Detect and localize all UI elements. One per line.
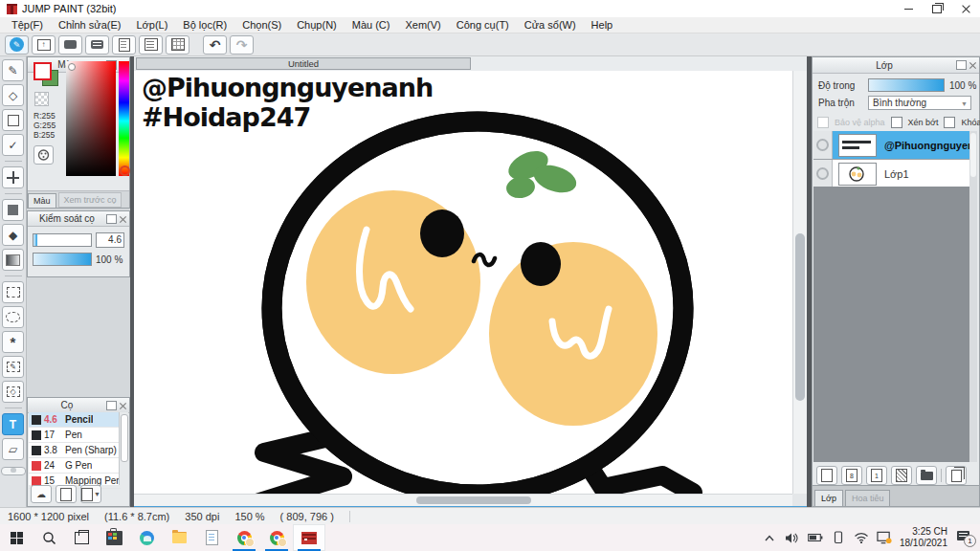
export-button[interactable]: ↑ bbox=[32, 35, 56, 55]
bucket-tool[interactable]: ◆ bbox=[2, 224, 24, 246]
battery-icon[interactable] bbox=[808, 530, 823, 545]
magic-wand-tool[interactable]: * bbox=[2, 331, 24, 353]
popout-icon[interactable] bbox=[956, 60, 967, 70]
menu-tools[interactable]: Công cụ(T) bbox=[449, 17, 517, 33]
brush-size-value[interactable]: 4.6 bbox=[96, 232, 124, 248]
menu-help[interactable]: Help bbox=[584, 17, 621, 33]
duplicate-layer-button[interactable] bbox=[946, 466, 967, 485]
scroll-thumb[interactable] bbox=[795, 233, 805, 401]
clipping-checkbox[interactable] bbox=[891, 117, 902, 128]
wifi-icon[interactable] bbox=[854, 530, 869, 545]
popout-icon[interactable] bbox=[106, 401, 117, 410]
panel-list-button[interactable] bbox=[139, 35, 163, 55]
new-tone-layer-button[interactable] bbox=[891, 466, 912, 485]
popout-icon[interactable] bbox=[106, 214, 117, 224]
menu-window[interactable]: Cửa sổ(W) bbox=[517, 17, 584, 33]
marquee-select-tool[interactable] bbox=[2, 281, 24, 303]
tab-navigator[interactable]: Hoa tiêu bbox=[845, 490, 891, 506]
menu-layer[interactable]: Lớp(L) bbox=[128, 17, 175, 33]
tab-brush-preview[interactable]: Xem trước cọ bbox=[58, 192, 122, 208]
search-button[interactable] bbox=[33, 524, 65, 551]
close-panel-icon[interactable] bbox=[119, 215, 127, 223]
visibility-cell[interactable] bbox=[813, 131, 833, 159]
lock-checkbox[interactable] bbox=[944, 117, 955, 128]
tab-color[interactable]: Màu bbox=[28, 193, 56, 208]
taskbar-clock[interactable]: 3:25 CH 18/10/2021 bbox=[900, 526, 947, 549]
fill-rect-tool[interactable] bbox=[2, 199, 24, 221]
foreground-color-swatch[interactable] bbox=[33, 62, 52, 80]
curve-tool[interactable]: ✓ bbox=[2, 134, 24, 156]
notification-center-button[interactable]: 1 bbox=[955, 530, 974, 545]
chrome-window-1-button[interactable] bbox=[228, 524, 260, 551]
redo-button[interactable]: ↷ bbox=[230, 35, 254, 55]
menu-view[interactable]: Xem(V) bbox=[397, 17, 448, 33]
layer-row-drawing[interactable]: Lớp1 bbox=[813, 160, 970, 188]
task-view-button[interactable] bbox=[65, 524, 98, 551]
brush-list-scrollbar[interactable] bbox=[119, 412, 128, 485]
close-button[interactable] bbox=[951, 0, 980, 17]
notepad-button[interactable] bbox=[195, 524, 228, 551]
saturation-value-picker[interactable] bbox=[66, 61, 116, 176]
document-tab[interactable]: Untitled bbox=[136, 57, 471, 70]
select-eraser-tool[interactable]: ◇ bbox=[2, 381, 24, 403]
document-button[interactable] bbox=[112, 35, 136, 55]
menu-edit[interactable]: Chỉnh sửa(E) bbox=[51, 17, 128, 33]
hue-slider[interactable] bbox=[119, 61, 129, 176]
visibility-cell[interactable] bbox=[813, 160, 833, 187]
undo-button[interactable]: ↶ bbox=[203, 35, 227, 55]
comment-button[interactable] bbox=[58, 35, 82, 55]
eraser-tool[interactable]: ◇ bbox=[2, 84, 24, 106]
new-1bit-layer-button[interactable]: 1 bbox=[866, 466, 887, 485]
transparent-color-swatch[interactable] bbox=[34, 92, 49, 106]
gradient-tool[interactable] bbox=[2, 249, 24, 271]
minimize-button[interactable] bbox=[894, 0, 923, 17]
message-button[interactable] bbox=[85, 35, 109, 55]
brush-size-slider[interactable] bbox=[33, 233, 92, 247]
brush-menu-button[interactable]: ▼ bbox=[80, 485, 101, 503]
phone-link-icon[interactable] bbox=[831, 530, 846, 545]
file-explorer-button[interactable] bbox=[163, 524, 195, 551]
new-folder-button[interactable] bbox=[916, 466, 937, 485]
brush-row-pencil[interactable]: 4.6 Pencil bbox=[29, 412, 121, 428]
tab-layer[interactable]: Lớp bbox=[814, 490, 843, 506]
polygon-select-tool[interactable]: ▱ bbox=[2, 438, 24, 460]
protect-alpha-checkbox[interactable] bbox=[817, 117, 829, 128]
palette-button[interactable] bbox=[33, 145, 54, 165]
volume-icon[interactable] bbox=[785, 530, 800, 545]
new-8bit-layer-button[interactable]: 8 bbox=[841, 466, 862, 485]
scroll-thumb[interactable] bbox=[970, 133, 976, 177]
paint-mode-button[interactable]: ✎ bbox=[5, 35, 29, 55]
brush-row-g-pen[interactable]: 24 G Pen bbox=[29, 458, 121, 474]
blend-mode-select[interactable]: Bình thường ▼ bbox=[868, 96, 971, 110]
text-tool[interactable]: T bbox=[2, 413, 24, 435]
brush-tool[interactable]: ✎ bbox=[2, 59, 24, 81]
lasso-select-tool[interactable] bbox=[2, 306, 24, 328]
sv-cursor[interactable] bbox=[68, 63, 76, 71]
canvas-horizontal-scrollbar[interactable] bbox=[134, 494, 792, 506]
select-pen-tool[interactable]: ✎ bbox=[2, 356, 24, 378]
chrome-window-2-button[interactable] bbox=[260, 524, 293, 551]
canvas-vertical-scrollbar[interactable] bbox=[792, 71, 807, 495]
display-status-icon[interactable] bbox=[877, 530, 892, 545]
new-layer-button[interactable] bbox=[816, 466, 837, 485]
start-button[interactable] bbox=[0, 524, 33, 551]
new-brush-button[interactable] bbox=[56, 485, 77, 503]
restore-button[interactable] bbox=[923, 0, 951, 17]
grid-settings-button[interactable] bbox=[166, 35, 189, 55]
toolstrip-mini-slider[interactable] bbox=[1, 467, 26, 475]
jump-paint-taskbar-button[interactable] bbox=[293, 524, 325, 551]
brush-row-pen-sharp[interactable]: 3.8 Pen (Sharp) bbox=[29, 443, 121, 458]
hue-cursor[interactable] bbox=[120, 165, 130, 176]
menu-filter[interactable]: Bộ lọc(R) bbox=[175, 17, 234, 33]
menu-capture[interactable]: Chụp(N) bbox=[289, 17, 345, 33]
layer-row-text[interactable]: @Pihuongnguyenanh bbox=[813, 131, 970, 160]
menu-file[interactable]: Tệp(F) bbox=[4, 17, 51, 33]
menu-color[interactable]: Màu (C) bbox=[345, 17, 398, 33]
scroll-thumb[interactable] bbox=[416, 496, 531, 504]
canvas[interactable]: @Pihuongnguyenanh #Hoidap247 bbox=[134, 71, 792, 495]
close-panel-icon[interactable] bbox=[119, 402, 127, 409]
layer-opacity-slider[interactable] bbox=[868, 78, 945, 92]
close-panel-icon[interactable] bbox=[969, 61, 977, 69]
microsoft-store-button[interactable] bbox=[98, 524, 130, 551]
move-tool[interactable] bbox=[2, 166, 24, 188]
